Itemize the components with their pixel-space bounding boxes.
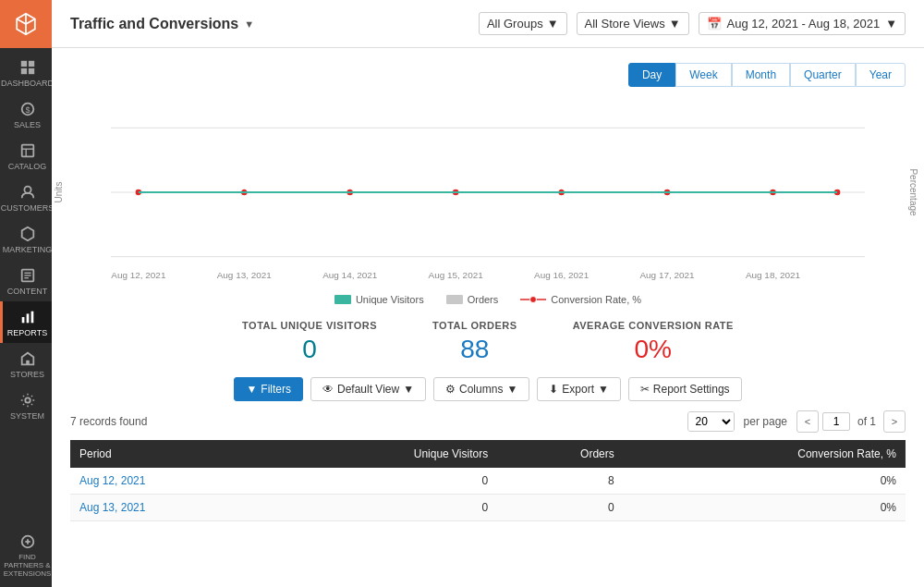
stats-section: TOTAL UNIQUE VISITORS 0 TOTAL ORDERS 88 … [70, 320, 906, 364]
export-button[interactable]: ⬇ Export ▼ [537, 377, 621, 401]
columns-icon: ⚙ [445, 383, 456, 396]
table-row: Aug 13, 2021 0 0 0% [70, 495, 906, 521]
records-bar: 7 records found 20 50 100 per page < of … [70, 410, 906, 433]
chevron-down-icon: ▼ [885, 17, 897, 31]
svg-point-51 [530, 297, 537, 303]
legend-line-icon [520, 294, 546, 305]
calendar-icon: 📅 [707, 17, 722, 31]
prev-page-button[interactable]: < [796, 410, 819, 433]
sidebar-item-customers[interactable]: CUSTOMERS [0, 177, 52, 218]
svg-rect-16 [21, 317, 24, 323]
export-icon: ⬇ [549, 383, 558, 396]
all-store-views-dropdown[interactable]: All Store Views ▼ [577, 12, 689, 35]
svg-marker-11 [21, 227, 33, 240]
stat-unique-visitors: TOTAL UNIQUE VISITORS 0 [242, 320, 377, 364]
table-cell-period: Aug 12, 2021 [70, 468, 274, 495]
legend-conversion-label: Conversion Rate, % [551, 294, 641, 305]
period-day-button[interactable]: Day [628, 63, 675, 87]
legend-orders: Orders [446, 294, 499, 305]
period-week-button[interactable]: Week [675, 63, 731, 87]
svg-text:Aug 18, 2021: Aug 18, 2021 [746, 270, 801, 280]
records-found-text: 7 records found [70, 415, 147, 428]
period-link[interactable]: Aug 13, 2021 [79, 501, 145, 514]
sidebar-item-find-partners[interactable]: FIND PARTNERS & EXTENSIONS [0, 526, 52, 587]
legend-visitors-label: Unique Visitors [356, 294, 424, 305]
eye-icon: 👁 [322, 383, 334, 396]
y-axis-label: Units [54, 182, 64, 203]
sidebar-item-system[interactable]: SYSTEM [0, 385, 52, 426]
svg-rect-1 [20, 61, 26, 67]
content-area: Day Week Month Quarter Year Units Percen… [52, 48, 924, 587]
legend-orders-color [446, 295, 463, 304]
table-header-orders: Orders [497, 440, 624, 468]
main-content: Traffic and Conversions ▼ All Groups ▼ A… [52, 0, 924, 587]
legend-visitors-color [334, 295, 351, 304]
grid-toolbar: ▼ Filters 👁 Default View ▼ ⚙ Columns ▼ ⬇… [70, 377, 906, 401]
chart-legend: Unique Visitors Orders Conversion Rate, … [70, 294, 906, 305]
filters-button[interactable]: ▼ Filters [234, 377, 303, 401]
stat-avg-conversion-label: AVERAGE CONVERSION RATE [573, 320, 734, 331]
period-quarter-button[interactable]: Quarter [790, 63, 856, 87]
all-groups-dropdown[interactable]: All Groups ▼ [479, 12, 567, 35]
period-year-button[interactable]: Year [856, 63, 906, 87]
filter-icon: ▼ [246, 383, 257, 396]
table-header-unique-visitors: Unique Visitors [274, 440, 497, 468]
stat-total-orders-label: TOTAL ORDERS [432, 320, 517, 331]
sidebar: DASHBOARD $ SALES CATALOG CUSTOMERS MARK… [0, 0, 52, 587]
table-header-conversion-rate: Conversion Rate, % [624, 440, 906, 468]
table-cell-orders: 0 [497, 495, 624, 521]
svg-text:Aug 17, 2021: Aug 17, 2021 [639, 270, 695, 280]
date-range-picker[interactable]: 📅 Aug 12, 2021 - Aug 18, 2021 ▼ [699, 12, 906, 35]
stat-avg-conversion-value: 0% [573, 335, 734, 364]
svg-rect-19 [26, 361, 30, 365]
columns-button[interactable]: ⚙ Columns ▼ [433, 377, 529, 401]
sidebar-item-dashboard[interactable]: DASHBOARD [0, 52, 52, 93]
table-cell-orders: 8 [497, 468, 624, 495]
svg-text:Aug 14, 2021: Aug 14, 2021 [322, 270, 378, 280]
settings-icon: ✂ [640, 383, 650, 396]
table-cell-period: Aug 13, 2021 [70, 495, 274, 521]
stat-total-orders-value: 88 [432, 335, 517, 364]
next-page-button[interactable]: > [883, 410, 906, 433]
svg-point-10 [24, 187, 30, 193]
default-view-button[interactable]: 👁 Default View ▼ [310, 377, 426, 401]
chart-container: Units Percentage 1 0 -1 1% 0% -1% [70, 100, 906, 285]
svg-rect-3 [20, 68, 26, 74]
period-month-button[interactable]: Month [732, 63, 790, 87]
header-title-section: Traffic and Conversions ▼ [70, 16, 254, 32]
svg-text:$: $ [25, 105, 30, 115]
report-settings-button[interactable]: ✂ Report Settings [628, 377, 742, 401]
data-table: Period Unique Visitors Orders Conversion… [70, 440, 906, 521]
chart-svg: 1 0 -1 1% 0% -1% [111, 100, 865, 285]
y-axis-right-label: Percentage [908, 168, 918, 215]
header-bar: Traffic and Conversions ▼ All Groups ▼ A… [52, 0, 924, 48]
stat-unique-visitors-label: TOTAL UNIQUE VISITORS [242, 320, 377, 331]
table-cell-conversion-rate: 0% [624, 495, 906, 521]
svg-text:Aug 13, 2021: Aug 13, 2021 [217, 270, 273, 280]
page-of-text: of 1 [857, 415, 876, 428]
svg-rect-17 [26, 313, 29, 323]
table-cell-unique-visitors: 0 [274, 495, 497, 521]
sidebar-item-reports[interactable]: REPORTS [0, 301, 52, 343]
table-cell-unique-visitors: 0 [274, 468, 497, 495]
table-cell-conversion-rate: 0% [624, 468, 906, 495]
per-page-select[interactable]: 20 50 100 [688, 412, 734, 431]
stat-total-orders: TOTAL ORDERS 88 [432, 320, 517, 364]
sidebar-item-catalog[interactable]: CATALOG [0, 135, 52, 177]
chevron-down-icon: ▼ [598, 383, 609, 396]
sidebar-item-stores[interactable]: STORES [0, 343, 52, 385]
stat-unique-visitors-value: 0 [242, 335, 377, 364]
svg-text:Aug 16, 2021: Aug 16, 2021 [534, 270, 590, 280]
page-number-input[interactable] [822, 412, 850, 431]
period-link[interactable]: Aug 12, 2021 [79, 474, 145, 487]
per-page-select-wrapper[interactable]: 20 50 100 [687, 411, 735, 432]
svg-rect-7 [21, 145, 33, 157]
sidebar-item-sales[interactable]: $ SALES [0, 93, 52, 135]
period-buttons: Day Week Month Quarter Year [70, 63, 906, 87]
title-dropdown-arrow[interactable]: ▼ [244, 18, 254, 30]
sidebar-item-content[interactable]: CONTENT [0, 260, 52, 301]
chevron-down-icon: ▼ [506, 383, 517, 396]
sidebar-item-marketing[interactable]: MARKETING [0, 218, 52, 260]
svg-text:Aug 12, 2021: Aug 12, 2021 [111, 270, 166, 280]
legend-orders-label: Orders [468, 294, 499, 305]
